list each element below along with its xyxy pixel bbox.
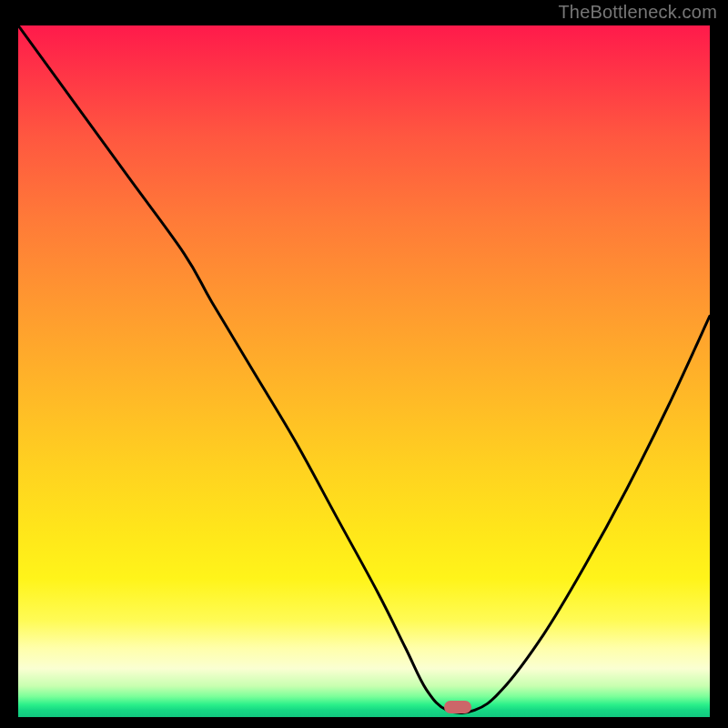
plot-area (18, 25, 710, 717)
bottleneck-curve (18, 25, 710, 717)
optimum-marker (444, 701, 471, 713)
chart-container: TheBottleneck.com (0, 0, 728, 728)
attribution-watermark: TheBottleneck.com (558, 2, 717, 23)
